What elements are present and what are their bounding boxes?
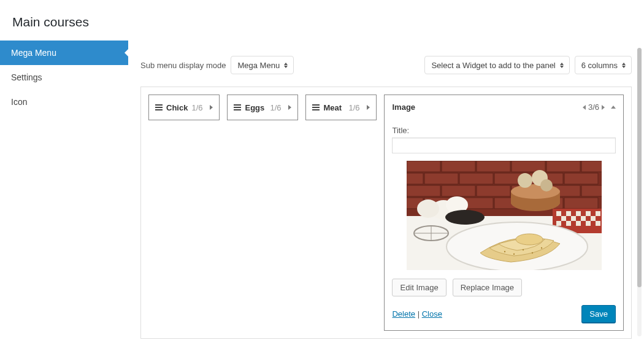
replace-image-button[interactable]: Replace Image [453, 279, 522, 296]
grip-icon [234, 104, 241, 110]
page-title: Main courses [12, 15, 632, 29]
grip-icon [155, 104, 163, 110]
svg-rect-35 [581, 216, 586, 221]
svg-rect-5 [546, 161, 580, 172]
svg-point-51 [445, 210, 485, 225]
sidebar-item-settings[interactable]: Settings [0, 65, 128, 90]
menu-item-chick[interactable]: Chick 1/6 [148, 95, 220, 120]
page-header: Main courses [0, 0, 644, 41]
svg-point-56 [516, 234, 543, 245]
svg-point-49 [417, 199, 439, 218]
edit-image-button[interactable]: Edit Image [392, 279, 446, 296]
display-mode-label: Sub menu display mode [140, 61, 226, 70]
svg-point-57 [504, 251, 505, 252]
svg-rect-9 [459, 173, 493, 184]
svg-rect-39 [576, 221, 581, 226]
widget-title: Image [392, 102, 415, 112]
grip-icon [312, 104, 320, 110]
svg-point-47 [540, 179, 553, 191]
svg-point-61 [541, 247, 542, 249]
sort-icon [560, 61, 565, 69]
svg-point-59 [523, 249, 524, 250]
svg-rect-1 [407, 161, 440, 172]
chevron-left-icon[interactable] [583, 105, 586, 110]
svg-rect-36 [591, 216, 596, 221]
svg-rect-2 [442, 161, 475, 172]
svg-rect-14 [442, 185, 475, 196]
chevron-right-icon [367, 105, 370, 110]
svg-rect-7 [407, 173, 423, 184]
sidebar-item-mega-menu[interactable]: Mega Menu [0, 41, 128, 65]
sidebar: Mega Menu Settings Icon [0, 41, 128, 340]
sort-icon [622, 61, 627, 69]
svg-rect-13 [407, 185, 440, 196]
image-widget: Image 3/6 Title: [384, 95, 624, 331]
chevron-right-icon [210, 105, 213, 110]
widget-image-preview [407, 161, 602, 270]
svg-point-44 [511, 184, 560, 199]
chevron-right-icon [288, 105, 291, 110]
svg-rect-40 [586, 221, 591, 226]
svg-rect-18 [581, 185, 602, 196]
title-input[interactable] [392, 137, 616, 153]
svg-point-45 [518, 173, 532, 188]
sort-icon [284, 61, 289, 69]
svg-rect-32 [596, 211, 600, 216]
chevron-right-icon[interactable] [602, 105, 605, 110]
svg-rect-30 [576, 211, 581, 216]
svg-rect-34 [571, 216, 576, 221]
chevron-up-icon[interactable] [611, 106, 616, 109]
widget-position: 3/6 [588, 102, 599, 112]
svg-rect-37 [556, 221, 561, 226]
sidebar-item-icon[interactable]: Icon [0, 90, 128, 114]
svg-rect-8 [424, 173, 458, 184]
mega-menu-panel: Chick 1/6 Eggs 1/6 Meat 1/6 Image [140, 87, 632, 339]
close-link[interactable]: Close [422, 309, 442, 319]
title-field-label: Title: [392, 126, 616, 135]
delete-link[interactable]: Delete [392, 309, 415, 319]
svg-point-58 [513, 253, 515, 255]
link-separator: | [418, 309, 422, 319]
columns-select[interactable]: 6 columns [575, 56, 632, 74]
svg-rect-28 [556, 211, 561, 216]
svg-rect-3 [477, 161, 510, 172]
sidebar-item-label: Settings [11, 72, 42, 82]
menu-item-meat[interactable]: Meat 1/6 [305, 95, 377, 120]
menu-item-eggs[interactable]: Eggs 1/6 [227, 95, 298, 120]
sidebar-item-label: Mega Menu [11, 48, 56, 58]
svg-rect-24 [564, 198, 598, 209]
svg-rect-31 [586, 211, 591, 216]
widget-select[interactable]: Select a Widget to add to the panel [424, 56, 569, 74]
scrollbar-thumb[interactable] [637, 48, 642, 287]
svg-rect-41 [596, 221, 600, 226]
svg-rect-15 [477, 185, 510, 196]
svg-rect-33 [561, 216, 566, 221]
main-content: Sub menu display mode Mega Menu Select a… [128, 41, 644, 340]
svg-rect-6 [581, 161, 602, 172]
svg-point-60 [532, 252, 533, 253]
display-mode-select[interactable]: Mega Menu [231, 56, 294, 74]
svg-rect-12 [564, 173, 598, 184]
svg-rect-38 [566, 221, 571, 226]
svg-rect-29 [566, 211, 571, 216]
save-button[interactable]: Save [581, 305, 616, 323]
sidebar-item-label: Icon [11, 97, 27, 107]
